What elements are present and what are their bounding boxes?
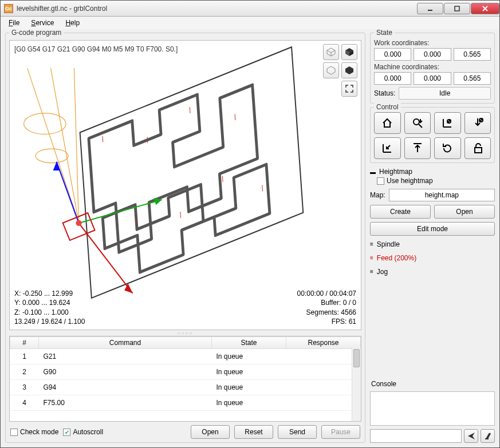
console-header: Console bbox=[370, 379, 495, 389]
restore-origin-button[interactable] bbox=[374, 137, 401, 159]
svg-rect-52 bbox=[475, 148, 482, 153]
svg-line-22 bbox=[147, 137, 148, 143]
svg-rect-20 bbox=[80, 47, 304, 298]
map-label: Map: bbox=[370, 191, 385, 199]
table-row: 2G90In queue bbox=[10, 364, 361, 380]
check-mode-checkbox[interactable]: Check mode bbox=[10, 428, 58, 436]
col-num[interactable]: # bbox=[10, 337, 39, 349]
svg-point-37 bbox=[414, 119, 419, 125]
work-coords-label: Work coordinates: bbox=[374, 39, 491, 47]
mach-x[interactable] bbox=[374, 72, 411, 85]
col-response[interactable]: Response bbox=[286, 337, 361, 349]
gcode-viewer[interactable]: [G0 G54 G17 G21 G90 G94 M0 M5 M9 T0 F700… bbox=[9, 40, 361, 330]
col-state[interactable]: State bbox=[212, 337, 286, 349]
zero-z-button[interactable] bbox=[464, 112, 491, 134]
pause-button[interactable]: Pause bbox=[321, 425, 360, 439]
svg-line-38 bbox=[419, 124, 422, 128]
reset-button[interactable]: Reset bbox=[234, 425, 273, 439]
svg-rect-53 bbox=[485, 438, 489, 439]
table-row: 3G94In queue bbox=[10, 380, 361, 395]
map-file-input[interactable] bbox=[389, 189, 495, 201]
heightmap-open-button[interactable]: Open bbox=[434, 205, 495, 219]
viewer-stats-right: 00:00:00 / 00:04:07 Buffer: 0 / 0 Segmen… bbox=[297, 289, 356, 326]
machine-coords-label: Machine coordinates: bbox=[374, 63, 491, 71]
console-output[interactable] bbox=[370, 391, 495, 426]
probe-z-button[interactable] bbox=[404, 112, 431, 134]
app-icon: Gc bbox=[4, 4, 13, 13]
status-label: Status: bbox=[374, 89, 395, 97]
svg-rect-1 bbox=[455, 6, 459, 11]
splitter[interactable]: ○○○○ bbox=[9, 330, 361, 336]
minimize-button[interactable] bbox=[417, 3, 443, 14]
work-z[interactable] bbox=[454, 48, 491, 61]
spindle-header[interactable]: ≡Spindle bbox=[370, 239, 495, 249]
feed-header[interactable]: ≡Feed (200%) bbox=[370, 253, 495, 263]
col-command[interactable]: Command bbox=[39, 337, 212, 349]
console-send-button[interactable] bbox=[464, 429, 478, 443]
control-legend: Control bbox=[374, 103, 401, 111]
window-title: levelshifter.gtl.nc - grblControl bbox=[17, 5, 416, 13]
maximize-button[interactable] bbox=[444, 3, 470, 14]
use-heightmap-checkbox[interactable]: Use heightmap bbox=[377, 177, 433, 185]
safe-z-button[interactable] bbox=[404, 137, 431, 159]
close-button[interactable] bbox=[471, 3, 499, 14]
menu-help[interactable]: Help bbox=[61, 18, 84, 28]
zero-xy-button[interactable] bbox=[434, 112, 461, 134]
svg-point-36 bbox=[76, 220, 81, 226]
open-file-button[interactable]: Open bbox=[191, 425, 230, 439]
svg-line-15 bbox=[27, 68, 79, 223]
svg-line-27 bbox=[222, 176, 223, 182]
table-row: 4F75.00In queue bbox=[10, 395, 361, 411]
svg-line-21 bbox=[103, 136, 103, 142]
send-button[interactable]: Send bbox=[278, 425, 317, 439]
mach-y[interactable] bbox=[414, 72, 451, 85]
status-value: Idle bbox=[399, 87, 491, 100]
console-clear-button[interactable] bbox=[481, 429, 495, 443]
svg-line-28 bbox=[262, 185, 263, 191]
heightmap-edit-button[interactable]: Edit mode bbox=[370, 222, 495, 236]
gcode-legend: G-code program bbox=[9, 29, 64, 37]
unlock-button[interactable] bbox=[464, 137, 491, 159]
svg-line-29 bbox=[57, 162, 79, 223]
table-row: 1G21In queue bbox=[10, 349, 361, 364]
titlebar: Gc levelshifter.gtl.nc - grblControl bbox=[1, 1, 499, 17]
svg-rect-35 bbox=[63, 213, 95, 240]
svg-line-23 bbox=[190, 107, 190, 113]
table-scrollbar[interactable] bbox=[352, 348, 361, 421]
reset-grbl-button[interactable] bbox=[434, 137, 461, 159]
work-x[interactable] bbox=[374, 48, 411, 61]
svg-point-18 bbox=[24, 113, 66, 134]
mach-z[interactable] bbox=[454, 72, 491, 85]
autoscroll-checkbox[interactable]: ✔Autoscroll bbox=[63, 428, 103, 436]
gcode-table[interactable]: # Command State Response 1G21In queue 2G… bbox=[9, 336, 361, 422]
state-legend: State bbox=[374, 29, 395, 37]
svg-line-26 bbox=[180, 212, 181, 218]
menu-service[interactable]: Service bbox=[26, 18, 58, 28]
heightmap-create-button[interactable]: Create bbox=[370, 205, 431, 219]
menu-file[interactable]: File bbox=[4, 18, 24, 28]
home-button[interactable] bbox=[374, 112, 401, 134]
svg-line-24 bbox=[235, 114, 235, 120]
jog-header[interactable]: ≡Jog bbox=[370, 267, 495, 277]
heightmap-header[interactable]: ▬Heightmap bbox=[370, 166, 495, 177]
svg-point-19 bbox=[36, 149, 68, 163]
viewer-stats-left: X: -0.250 ... 12.999 Y: 0.000 ... 19.624… bbox=[14, 289, 85, 326]
menubar: File Service Help bbox=[1, 17, 499, 29]
work-y[interactable] bbox=[414, 48, 451, 61]
console-input[interactable] bbox=[370, 429, 462, 443]
